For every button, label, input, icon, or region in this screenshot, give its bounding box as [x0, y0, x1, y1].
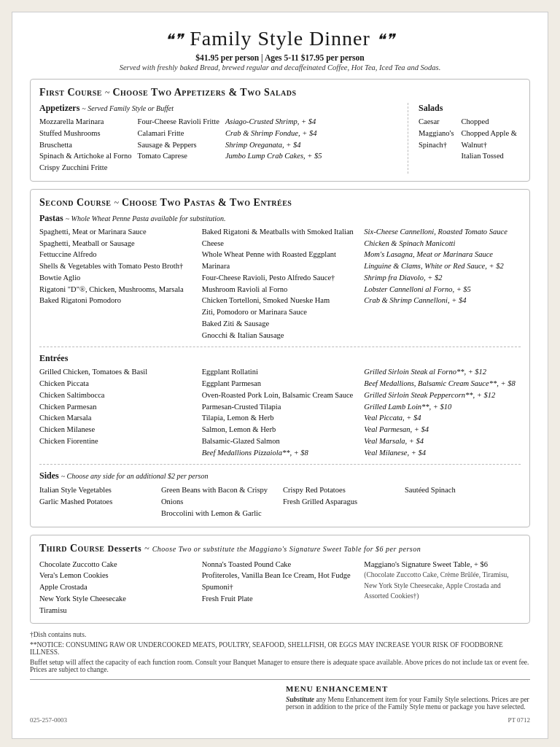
list-item: Sautéed Spinach — [405, 484, 521, 496]
list-item: Grilled Sirloin Steak Peppercorn**, + $1… — [364, 390, 521, 401]
list-item: Four-Cheese Ravioli Fritte — [138, 116, 219, 128]
list-item: Caesar — [419, 116, 454, 128]
list-item: Spinach† — [419, 139, 454, 151]
page-title: ❝❞ Family Style Dinner ❝❞ — [30, 27, 530, 50]
entrees-col2: Eggplant Rollatini Eggplant Parmesan Ove… — [202, 366, 359, 458]
list-item: Nonna's Toasted Pound Cake — [202, 559, 359, 570]
list-item: Salmon, Lemon & Herb — [202, 424, 359, 436]
list-item: Beef Medallions, Balsamic Cream Sauce**,… — [364, 378, 521, 390]
list-item: Crispy Zucchini Fritte — [39, 162, 132, 174]
list-item: Chicken Fiorentine — [39, 436, 196, 447]
salads-items: Caesar Maggiano's Spinach† Chopped Chopp… — [419, 116, 521, 162]
list-item: Shrimp Oreganata, + $4 — [225, 139, 322, 151]
page: ❝❞ Family Style Dinner ❝❞ $41.95 per per… — [12, 12, 548, 739]
list-item: Veal Parmesan, + $4 — [364, 424, 521, 436]
list-item: Bowtie Aglio — [39, 272, 196, 284]
appetizers-title: Appetizers ~ Served Family Style or Buff… — [39, 103, 397, 114]
list-item: Baked Rigatoni Pomodoro — [39, 295, 196, 306]
sides-col1: Italian Style Vegetables Garlic Mashed P… — [39, 484, 155, 519]
list-item: Rigatoni "D"®, Chicken, Mushrooms, Marsa… — [39, 284, 196, 295]
list-item: Maggiano's Signature Sweet Table, + $6 — [364, 559, 521, 570]
menu-enhancement: MENU ENHANCEMENT Substitute any Menu Enh… — [30, 679, 530, 711]
list-item: Chicken Parmesan — [39, 401, 196, 413]
list-item: Chicken & Spinach Manicotti — [364, 238, 521, 249]
list-item: Four-Cheese Ravioli, Pesto Alfredo Sauce… — [202, 272, 359, 284]
sides-title: Sides ~ Choose any side for an additiona… — [39, 471, 209, 481]
list-item: New York Style Cheesecake — [39, 593, 196, 605]
list-item: Vera's Lemon Cookies — [39, 570, 196, 581]
price-line: $41.95 per person | Ages 5-11 $17.95 per… — [30, 53, 530, 62]
sides-col4: Sautéed Spinach — [405, 484, 521, 519]
enhancement-left — [30, 684, 274, 711]
third-col1: Chocolate Zuccotto Cake Vera's Lemon Coo… — [39, 559, 196, 616]
footnote-double-star: **NOTICE: CONSUMING RAW OR UNDERCOOKED M… — [30, 641, 530, 656]
list-item: Mozzarella Marinara — [39, 116, 132, 128]
salads-col1: Caesar Maggiano's Spinach† — [419, 116, 454, 162]
footer-version: PT 0712 — [508, 716, 530, 724]
third-course-section: Third Course Desserts ~ Choose Two or su… — [30, 535, 530, 624]
salads-col2: Chopped Chopped Apple & Walnut† Italian … — [462, 116, 521, 162]
third-col3: Maggiano's Signature Sweet Table, + $6 (… — [364, 559, 521, 616]
third-course-title: Third Course Desserts ~ Choose Two or su… — [39, 543, 521, 554]
list-item: Lobster Cannelloni al Forno, + $5 — [364, 284, 521, 295]
list-item: Ziti, Pomodoro or Marinara Sauce — [202, 306, 359, 318]
list-item: Sausage & Peppers — [138, 139, 219, 151]
first-course-columns: Appetizers ~ Served Family Style or Buff… — [39, 103, 521, 174]
footer: 025-257-0003 PT 0712 — [30, 716, 530, 724]
list-item: Eggplant Rollatini — [202, 366, 359, 378]
sides-section: Sides ~ Choose any side for an additiona… — [39, 471, 521, 519]
list-item: Jumbo Lump Crab Cakes, + $5 — [225, 150, 322, 162]
entrees-grid: Grilled Chicken, Tomatoes & Basil Chicke… — [39, 366, 521, 458]
list-item: Italian Tossed — [462, 150, 521, 162]
list-item: Six-Cheese Cannelloni, Roasted Tomato Sa… — [364, 226, 521, 238]
list-item: Stuffed Mushrooms — [39, 128, 132, 139]
footnote-buffet: Buffet setup will affect the capacity of… — [30, 659, 530, 673]
list-item: Grilled Lamb Loin**, + $10 — [364, 401, 521, 413]
list-item: Balsamic-Glazed Salmon — [202, 436, 359, 447]
list-item: Green Beans with Bacon & Crispy Onions — [161, 484, 277, 508]
list-item: Tilapia, Lemon & Herb — [202, 412, 359, 424]
list-item: Bruschetta — [39, 139, 132, 151]
list-item: Veal Milanese, + $4 — [364, 447, 521, 459]
list-item: Grilled Sirloin Steak al Forno**, + $12 — [364, 366, 521, 378]
pastas-col1: Spaghetti, Meat or Marinara Sauce Spaghe… — [39, 226, 196, 341]
list-item: Crab & Shrimp Fondue, + $4 — [225, 128, 322, 139]
first-course-title: First Course ~ Choose Two Appetizers & T… — [39, 87, 521, 98]
third-col2: Nonna's Toasted Pound Cake Profiteroles,… — [202, 559, 359, 616]
list-item: Chocolate Zuccotto Cake — [39, 559, 196, 570]
list-item: Profiteroles, Vanilla Bean Ice Cream, Ho… — [202, 570, 359, 581]
list-item: Italian Style Vegetables — [39, 484, 155, 496]
list-item: Chicken Marsala — [39, 412, 196, 424]
list-item: Veal Marsala, + $4 — [364, 436, 521, 447]
pastas-col3: Six-Cheese Cannelloni, Roasted Tomato Sa… — [364, 226, 521, 341]
list-item: Broccolini with Lemon & Garlic — [161, 508, 277, 519]
list-item: Mushroom Ravioli al Forno — [202, 284, 359, 295]
list-item: Shrimp fra Diavolo, + $2 — [364, 272, 521, 284]
entrees-col3: Grilled Sirloin Steak al Forno**, + $12 … — [364, 366, 521, 458]
list-item: Oven-Roasted Pork Loin, Balsamic Cream S… — [202, 390, 359, 401]
third-course-grid: Chocolate Zuccotto Cake Vera's Lemon Coo… — [39, 559, 521, 616]
sides-col2: Green Beans with Bacon & Crispy Onions B… — [161, 484, 277, 519]
pastas-grid: Spaghetti, Meat or Marinara Sauce Spaghe… — [39, 226, 521, 341]
enhancement-right: MENU ENHANCEMENT Substitute any Menu Enh… — [286, 684, 530, 711]
entrees-col1: Grilled Chicken, Tomatoes & Basil Chicke… — [39, 366, 196, 458]
list-item: Parmesan-Crusted Tilapia — [202, 401, 359, 413]
list-item: Linguine & Clams, White or Red Sauce, + … — [364, 260, 521, 272]
first-course-section: First Course ~ Choose Two Appetizers & T… — [30, 79, 530, 182]
salads-title: Salads — [419, 103, 521, 114]
list-item: Apple Crostada — [39, 581, 196, 593]
list-item: Eggplant Parmesan — [202, 378, 359, 390]
appetizers-col: Appetizers ~ Served Family Style or Buff… — [39, 103, 397, 174]
list-item: Garlic Mashed Potatoes — [39, 496, 155, 508]
header: ❝❞ Family Style Dinner ❝❞ $41.95 per per… — [30, 27, 530, 71]
enhancement-text: Substitute any Menu Enhancement item for… — [286, 696, 530, 711]
list-item: Grilled Chicken, Tomatoes & Basil — [39, 366, 196, 378]
list-item: Tomato Caprese — [138, 150, 219, 162]
list-item: Asiago-Crusted Shrimp, + $4 — [225, 116, 322, 128]
enhancement-title: MENU ENHANCEMENT — [286, 684, 530, 693]
sides-col3: Crispy Red Potatoes Fresh Grilled Aspara… — [283, 484, 399, 519]
divider — [39, 464, 521, 465]
list-item: Spaghetti, Meatball or Sausage — [39, 238, 196, 249]
pastas-col2: Baked Rigatoni & Meatballs with Smoked I… — [202, 226, 359, 341]
second-course-section: Second Course ~ Choose Two Pastas & Two … — [30, 189, 530, 527]
